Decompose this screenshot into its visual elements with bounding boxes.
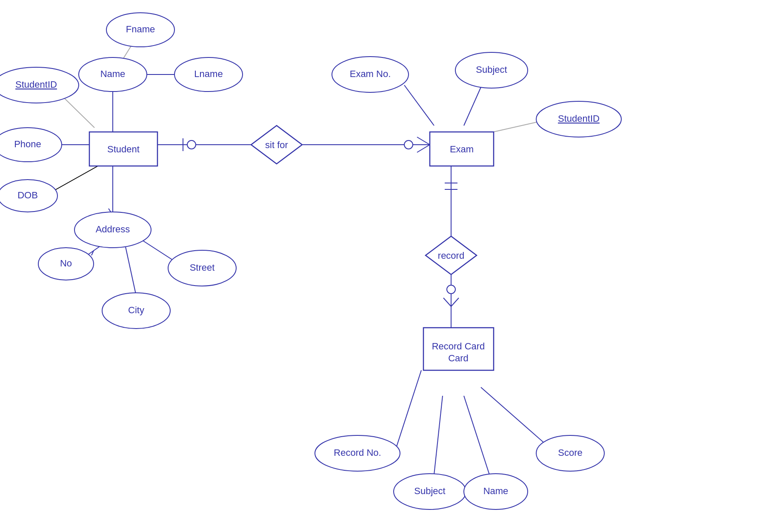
label-name: Name (100, 69, 126, 79)
crow-circle1-student (187, 140, 196, 149)
label-recordno: Record No. (334, 447, 381, 458)
label-studentid2: StudentID (558, 113, 600, 124)
label-subject-rc: Subject (414, 486, 445, 496)
label-subject-exam: Subject (476, 64, 507, 75)
crow-many2 (417, 145, 430, 152)
er-diagram: Fname Name Lname StudentID Phone DOB Add… (0, 0, 766, 532)
label-record-card: Record Card (432, 341, 485, 352)
line-name-rc (464, 396, 489, 475)
label-record-card2: Card (448, 353, 469, 363)
label-street: Street (190, 262, 215, 273)
label-phone: Phone (14, 139, 41, 149)
crow-rc-many2 (451, 298, 459, 306)
label-name-rc: Name (483, 486, 509, 496)
label-fname: Fname (126, 24, 155, 34)
label-address: Address (96, 224, 130, 235)
line-subject-exam (464, 87, 481, 126)
label-examno: Exam No. (350, 69, 391, 79)
line-subject-rc (434, 396, 443, 475)
label-lname: Lname (194, 69, 223, 79)
label-exam: Exam (450, 144, 474, 154)
label-no: No (60, 258, 72, 269)
line-city-address (126, 247, 136, 296)
label-studentid: StudentID (15, 79, 57, 90)
crow-circle-rc1 (447, 285, 455, 294)
label-student: Student (107, 144, 140, 154)
label-city: City (128, 305, 144, 315)
line-recordno-rc (396, 370, 421, 449)
label-record: record (438, 250, 464, 261)
label-score: Score (558, 447, 582, 458)
line-examno-exam (404, 85, 434, 126)
line-score-rc (481, 387, 551, 449)
crow-rc-many1 (443, 298, 451, 306)
label-dob: DOB (17, 190, 38, 200)
crow-many1 (417, 137, 430, 145)
label-sitfor: sit for (265, 140, 288, 150)
crow-circle1-exam (404, 140, 413, 149)
